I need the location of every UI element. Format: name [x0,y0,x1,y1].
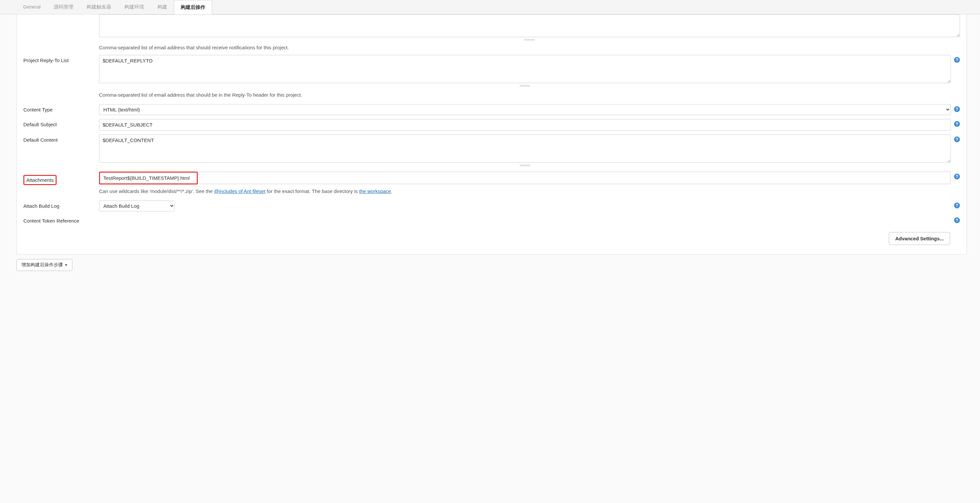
project-reply-to-label: Project Reply-To List [23,55,99,63]
help-icon[interactable]: ? [954,121,960,127]
attachments-input[interactable] [99,171,198,184]
tab-scm[interactable]: 源码管理 [47,0,80,14]
drag-handle-icon[interactable] [525,39,535,41]
project-reply-to-input[interactable]: $DEFAULT_REPLYTO [99,55,951,83]
tab-build-env[interactable]: 构建环境 [118,0,151,14]
post-build-config-body: Comma-separated list of email address th… [16,14,967,254]
default-content-label: Default Content [23,135,99,143]
chevron-down-icon [65,264,67,266]
attachments-label: Attachments [23,175,57,185]
help-icon[interactable]: ? [954,217,960,223]
add-post-build-step-label: 增加构建后操作步骤 [21,262,63,268]
help-icon[interactable]: ? [954,136,960,142]
help-icon[interactable]: ? [954,203,960,208]
project-recipient-list-input[interactable] [99,14,960,37]
drag-handle-icon[interactable] [520,164,530,167]
attach-build-log-select[interactable]: Attach Build Log [99,200,175,211]
workspace-link[interactable]: the workspace [359,188,391,194]
tab-build-triggers[interactable]: 构建触发器 [80,0,118,14]
help-icon[interactable]: ? [954,57,960,63]
config-tabs: General 源码管理 构建触发器 构建环境 构建 构建后操作 [0,0,980,14]
tab-general[interactable]: General [16,0,47,14]
content-type-select[interactable]: HTML (text/html) [99,104,951,115]
help-icon[interactable]: ? [954,106,960,112]
advanced-settings-button[interactable]: Advanced Settings... [889,232,950,245]
help-icon[interactable]: ? [954,174,960,179]
add-post-build-step-button[interactable]: 增加构建后操作步骤 [16,259,72,271]
tab-build[interactable]: 构建 [151,0,174,14]
reply-to-help: Comma-separated list of email address th… [99,89,960,100]
drag-handle-icon[interactable] [520,85,530,87]
content-token-reference-label: Content Token Reference [23,215,99,224]
content-type-label: Content Type [23,104,99,113]
default-content-input[interactable]: $DEFAULT_CONTENT [99,135,951,163]
attach-build-log-label: Attach Build Log [23,200,99,209]
ant-fileset-link[interactable]: @includes of Ant fileset [214,188,265,194]
recipient-list-help: Comma-separated list of email address th… [99,42,960,53]
default-subject-label: Default Subject [23,119,99,127]
default-subject-input[interactable] [99,119,951,130]
tab-post-build-actions[interactable]: 构建后操作 [174,0,212,14]
attachments-help: Can use wildcards like 'module/dist/**/*… [99,186,960,197]
